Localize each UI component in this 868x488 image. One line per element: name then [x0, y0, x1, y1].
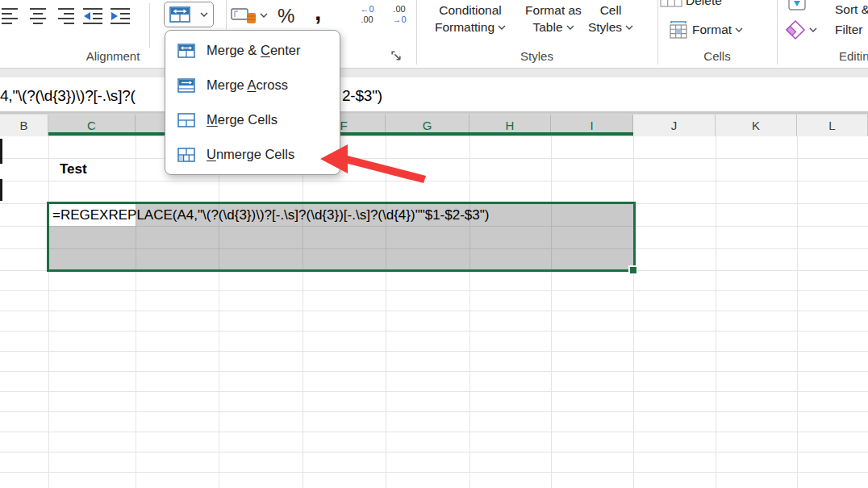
- gridline: [303, 136, 303, 488]
- chevron-down-icon: [625, 25, 633, 30]
- chevron-down-icon: [498, 25, 506, 30]
- ribbon-bottom-strip: [0, 68, 868, 77]
- blue-left-arrow: [84, 12, 90, 20]
- gridline: [0, 371, 868, 372]
- comma-style-button[interactable]: ,: [315, 0, 321, 26]
- increase-indent-button[interactable]: [111, 6, 130, 26]
- increase-decimal-button[interactable]: ←0 .00: [353, 4, 381, 25]
- column-header-j[interactable]: J: [633, 115, 716, 136]
- unmerge-cells-icon: [177, 148, 196, 162]
- merge-across-icon: [177, 78, 196, 93]
- align-center-button[interactable]: [29, 6, 47, 26]
- gridline: [469, 136, 470, 488]
- gridline: [797, 136, 798, 488]
- gridline: [0, 391, 868, 392]
- chevron-down-icon: [260, 13, 268, 18]
- ribbon: % , ←0 .00 .00 →0 Conditional Formatting…: [0, 0, 868, 68]
- filter-label[interactable]: Filter: [835, 23, 862, 37]
- menu-item-label: Merge & Center: [207, 43, 300, 58]
- sort-label[interactable]: Sort &: [835, 2, 868, 17]
- gridline: [0, 331, 868, 332]
- conditional-formatting-line2: Formatting: [435, 19, 495, 35]
- merge-dropdown-menu: Merge & Center Merge Across Me: [165, 30, 340, 175]
- decrease-decimal-top: .00: [386, 4, 413, 15]
- conditional-formatting-line1: Conditional: [439, 2, 502, 19]
- format-as-table-line1: Format as: [525, 2, 582, 19]
- gridline: [0, 411, 868, 412]
- chevron-down-icon: [809, 27, 817, 32]
- merge-center-button[interactable]: [164, 2, 214, 27]
- format-as-table-line2: Table: [532, 19, 562, 35]
- blue-right-arrow: [111, 12, 118, 20]
- cell-test[interactable]: Test: [60, 158, 87, 181]
- menu-item-label: Merge Cells: [207, 112, 278, 127]
- gridline: [0, 290, 868, 291]
- gridline: [136, 136, 136, 488]
- cell-border-fragment: [0, 139, 2, 164]
- separator: [149, 3, 150, 48]
- align-right-button[interactable]: [56, 6, 74, 26]
- gridline: [0, 452, 868, 453]
- gridline: [386, 136, 386, 488]
- red-annotation-arrow: [316, 140, 433, 187]
- gridline: [219, 136, 219, 488]
- chevron-down-icon: [200, 12, 208, 17]
- format-cells-icon: [668, 20, 689, 40]
- format-as-table-button[interactable]: Format as Table: [516, 2, 590, 35]
- formula-bar-text-right: 2-$3"): [342, 84, 382, 108]
- cell-border-fragment: [0, 179, 2, 201]
- chevron-down-icon: [566, 25, 574, 30]
- cells-group-label: Cells: [657, 49, 777, 63]
- fill-handle-square: [630, 267, 636, 273]
- gridline: [0, 311, 868, 311]
- menu-item-merge-cells[interactable]: Merge Cells: [165, 102, 340, 137]
- gridline: [0, 158, 868, 159]
- clear-button[interactable]: [785, 19, 817, 40]
- align-left-button[interactable]: [2, 6, 19, 26]
- dialog-launcher-icon[interactable]: [390, 50, 402, 61]
- eraser-icon: [785, 19, 806, 40]
- menu-item-merge-across[interactable]: Merge Across: [165, 68, 340, 102]
- delete-cells-button[interactable]: Delete: [660, 0, 722, 8]
- editing-group-label: Editing: [839, 49, 868, 63]
- cell-formula-text: =REGEXREPLACE(A4,"\(?(\d{3})\)?[-.\s]?(\…: [52, 204, 489, 226]
- increase-decimal-bottom: .00: [353, 15, 381, 25]
- merge-center-icon: [169, 6, 190, 23]
- chevron-down-icon: [735, 27, 743, 32]
- menu-item-label: Unmerge Cells: [207, 147, 294, 162]
- column-header-b[interactable]: B: [0, 115, 48, 136]
- decrease-indent-button[interactable]: [83, 6, 102, 26]
- conditional-formatting-button[interactable]: Conditional Formatting: [419, 2, 521, 35]
- accounting-number-format-icon: [231, 6, 257, 24]
- column-header-l[interactable]: L: [797, 115, 868, 136]
- menu-item-unmerge-cells[interactable]: Unmerge Cells: [165, 137, 340, 172]
- styles-group-label: Styles: [416, 49, 657, 63]
- gridline: [48, 136, 49, 488]
- increase-decimal-top: ←0: [353, 4, 381, 15]
- menu-item-merge-and-center[interactable]: Merge & Center: [165, 33, 340, 68]
- cell-styles-line2: Styles: [588, 19, 622, 35]
- gridline: [0, 181, 868, 181]
- column-header-k[interactable]: K: [716, 115, 797, 136]
- format-label: Format: [692, 23, 732, 37]
- merge-center-icon: [177, 44, 196, 58]
- excel-window: % , ←0 .00 .00 →0 Conditional Formatting…: [0, 0, 868, 488]
- merge-cells-icon: [177, 113, 196, 127]
- cell-styles-button[interactable]: Cell Styles: [582, 2, 639, 35]
- gridline: [716, 136, 716, 488]
- gridline: [551, 136, 552, 488]
- gridline: [633, 136, 634, 488]
- decrease-decimal-button[interactable]: .00 →0: [386, 4, 413, 25]
- decrease-decimal-bottom: →0: [386, 15, 413, 25]
- formula-bar-text-left: 4,"\(?(\d{3})\)?[-.\s]?(: [0, 84, 136, 108]
- accounting-number-format-button[interactable]: [231, 6, 268, 24]
- separator: [777, 0, 778, 65]
- delete-label: Delete: [686, 0, 722, 8]
- sort-filter-icon[interactable]: [787, 0, 807, 11]
- percent-style-button[interactable]: %: [278, 5, 294, 27]
- gridline: [0, 472, 868, 473]
- menu-item-label: Merge Across: [207, 77, 288, 93]
- format-button[interactable]: Format: [668, 20, 743, 40]
- gridline: [0, 432, 868, 432]
- cell-styles-line1: Cell: [600, 2, 622, 19]
